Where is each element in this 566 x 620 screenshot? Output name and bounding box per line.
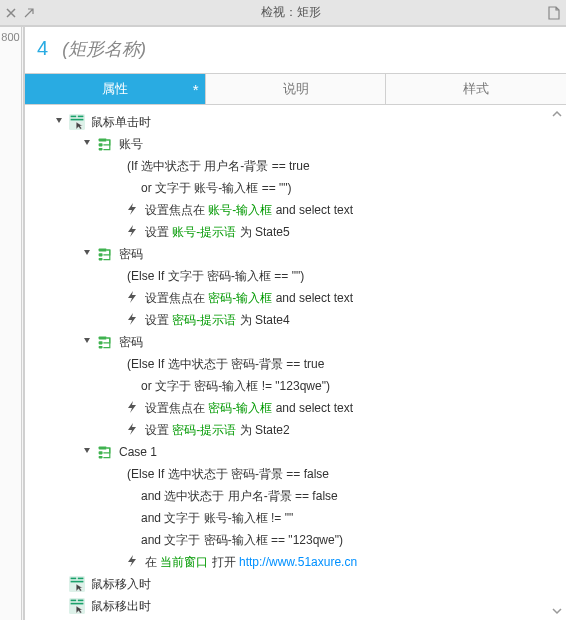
case-condition: and 文字于 账号-输入框 != "" — [141, 510, 293, 526]
action-row[interactable]: 设置 账号-提示语 为 State5 — [25, 221, 566, 243]
chevron-down-icon[interactable] — [53, 114, 65, 126]
svg-rect-8 — [99, 253, 103, 256]
case-label: Case 1 — [119, 444, 566, 460]
case-label: 密码 — [119, 334, 566, 350]
event-icon — [69, 598, 85, 614]
case-row[interactable]: Case 1 — [25, 441, 566, 463]
condition-row: or 文字于 密码-输入框 != "123qwe") — [25, 375, 566, 397]
svg-rect-3 — [71, 119, 84, 121]
case-icon — [97, 246, 113, 262]
svg-rect-21 — [71, 600, 77, 602]
svg-rect-19 — [71, 581, 84, 583]
case-label: 密码 — [119, 246, 566, 262]
event-mousein[interactable]: 鼠标移入时 — [25, 573, 566, 595]
case-condition: (Else If 文字于 密码-输入框 == "") — [127, 268, 304, 284]
action-text: 设置 密码-提示语 为 State4 — [145, 312, 566, 328]
action-row[interactable]: 设置 密码-提示语 为 State2 — [25, 419, 566, 441]
case-condition: or 文字于 账号-输入框 == "") — [141, 180, 292, 196]
case-icon — [97, 334, 113, 350]
case-condition: (Else If 选中状态于 密码-背景 == false — [127, 466, 329, 482]
action-target: 密码-输入框 — [208, 401, 272, 415]
action-row[interactable]: 设置 密码-提示语 为 State4 — [25, 309, 566, 331]
event-mouseout[interactable]: 鼠标移出时 — [25, 595, 566, 617]
action-text: 设置 账号-提示语 为 State5 — [145, 224, 566, 240]
tab-properties[interactable]: 属性* — [25, 74, 206, 104]
action-target: 密码-输入框 — [208, 291, 272, 305]
action-text: 设置焦点在 密码-输入框 and select text — [145, 400, 566, 416]
panel-title: 检视：矩形 — [34, 4, 548, 21]
event-label: 鼠标单击时 — [91, 114, 566, 130]
chevron-down-icon[interactable] — [81, 444, 93, 456]
widget-name-placeholder[interactable]: (矩形名称) — [62, 37, 146, 61]
condition-row: or 文字于 账号-输入框 == "") — [25, 177, 566, 199]
action-url[interactable]: http://www.51axure.cn — [239, 555, 357, 569]
svg-rect-13 — [99, 446, 107, 449]
svg-rect-18 — [78, 578, 84, 580]
action-text: 设置焦点在 密码-输入框 and select text — [145, 290, 566, 306]
tab-bar: 属性*说明样式 — [25, 73, 566, 105]
interactions-tree: 鼠标单击时账号(If 选中状态于 用户名-背景 == trueor 文字于 账号… — [25, 105, 566, 620]
svg-rect-14 — [99, 451, 103, 454]
condition-row: (Else If 选中状态于 密码-背景 == true — [25, 353, 566, 375]
svg-rect-1 — [71, 116, 77, 118]
panel-titlebar: 检视：矩形 — [0, 0, 566, 26]
svg-rect-9 — [99, 258, 103, 260]
tab-notes[interactable]: 说明 — [206, 74, 387, 104]
svg-rect-11 — [99, 341, 103, 344]
svg-rect-22 — [78, 600, 84, 602]
svg-rect-17 — [71, 578, 77, 580]
action-text: 在 当前窗口 打开 http://www.51axure.cn — [145, 554, 566, 570]
svg-rect-6 — [99, 148, 103, 150]
tab-style[interactable]: 样式 — [386, 74, 566, 104]
action-text: 设置 密码-提示语 为 State2 — [145, 422, 566, 438]
condition-row: (Else If 选中状态于 密码-背景 == false — [25, 463, 566, 485]
case-row[interactable]: 密码 — [25, 331, 566, 353]
condition-row: and 文字于 密码-输入框 == "123qwe") — [25, 529, 566, 551]
tab-dirty-mark: * — [193, 81, 199, 98]
action-row[interactable]: 设置焦点在 账号-输入框 and select text — [25, 199, 566, 221]
condition-row: (If 选中状态于 用户名-背景 == true — [25, 155, 566, 177]
bolt-icon — [125, 290, 139, 304]
case-condition: or 文字于 密码-输入框 != "123qwe") — [141, 378, 330, 394]
case-row[interactable]: 密码 — [25, 243, 566, 265]
case-label: 账号 — [119, 136, 566, 152]
action-target: 账号-提示语 — [172, 225, 236, 239]
svg-rect-4 — [99, 138, 107, 141]
header: 4 (矩形名称) — [25, 27, 566, 73]
chevron-down-icon[interactable] — [81, 136, 93, 148]
bolt-icon — [125, 554, 139, 568]
case-condition: (Else If 选中状态于 密码-背景 == true — [127, 356, 324, 372]
close-icon[interactable] — [6, 8, 16, 18]
expand-arrow-icon[interactable] — [24, 8, 34, 18]
action-row[interactable]: 设置焦点在 密码-输入框 and select text — [25, 397, 566, 419]
scroll-up-arrow[interactable] — [550, 107, 564, 121]
svg-rect-2 — [78, 116, 84, 118]
case-condition: and 文字于 密码-输入框 == "123qwe") — [141, 532, 343, 548]
event-onclick[interactable]: 鼠标单击时 — [25, 111, 566, 133]
scroll-down-arrow[interactable] — [550, 604, 564, 618]
case-condition: (If 选中状态于 用户名-背景 == true — [127, 158, 310, 174]
bolt-icon — [125, 202, 139, 216]
event-label: 鼠标移入时 — [91, 576, 566, 592]
case-icon — [97, 444, 113, 460]
bolt-icon — [125, 400, 139, 414]
new-page-icon[interactable] — [548, 6, 560, 20]
event-icon — [69, 576, 85, 592]
bolt-icon — [125, 224, 139, 238]
action-target: 密码-提示语 — [172, 423, 236, 437]
bolt-icon — [125, 312, 139, 326]
condition-row: and 选中状态于 用户名-背景 == false — [25, 485, 566, 507]
chevron-down-icon[interactable] — [81, 334, 93, 346]
condition-row: and 文字于 账号-输入框 != "" — [25, 507, 566, 529]
svg-rect-15 — [99, 456, 103, 458]
chevron-down-icon[interactable] — [81, 246, 93, 258]
svg-rect-23 — [71, 603, 84, 605]
widget-index: 4 — [37, 37, 48, 60]
action-row[interactable]: 设置焦点在 密码-输入框 and select text — [25, 287, 566, 309]
event-label: 鼠标移出时 — [91, 598, 566, 614]
bolt-icon — [125, 422, 139, 436]
event-icon — [69, 114, 85, 130]
case-row[interactable]: 账号 — [25, 133, 566, 155]
case-condition: and 选中状态于 用户名-背景 == false — [141, 488, 338, 504]
action-row[interactable]: 在 当前窗口 打开 http://www.51axure.cn — [25, 551, 566, 573]
